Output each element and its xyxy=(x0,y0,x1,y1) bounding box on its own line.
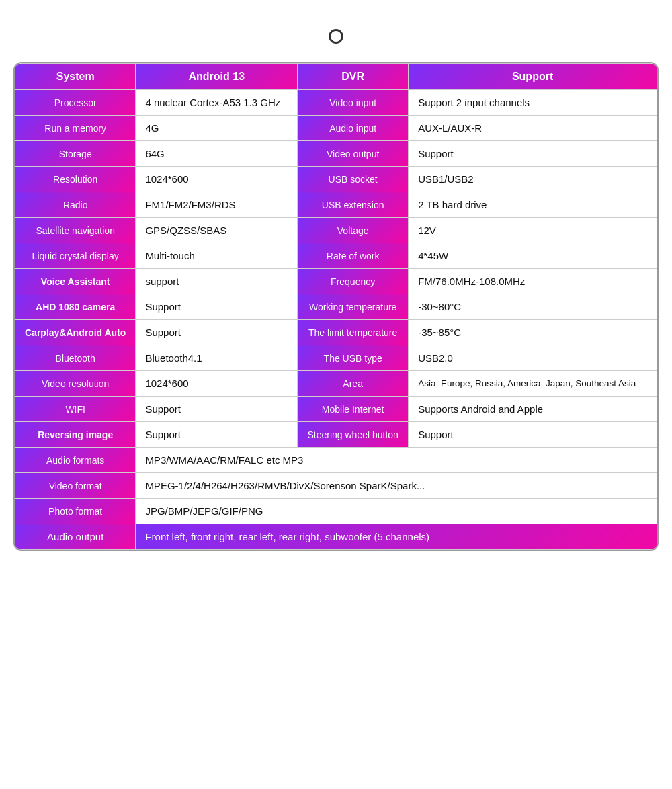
right-label-cell: Voltage xyxy=(298,218,409,243)
left-label-cell: Carplay&Android Auto xyxy=(15,320,136,345)
header-right-value: Support xyxy=(409,64,657,90)
right-label-cell: USB socket xyxy=(298,167,409,192)
right-value-cell: FM/76.0MHz-108.0MHz xyxy=(409,269,657,294)
left-label-cell: Bluetooth xyxy=(15,345,136,371)
right-value-cell: USB2.0 xyxy=(409,345,657,371)
right-label-cell: Frequency xyxy=(298,269,409,294)
left-label-cell: Reversing image xyxy=(15,422,136,448)
right-value-cell: 2 TB hard drive xyxy=(409,192,657,218)
left-label-cell: Voice Assistant xyxy=(15,269,136,294)
full-value-cell: MP3/WMA/AAC/RM/FALC etc MP3 xyxy=(136,448,657,473)
right-label-cell: USB extension xyxy=(298,192,409,218)
left-value-cell: 64G xyxy=(136,141,298,167)
right-label-cell: The USB type xyxy=(298,345,409,371)
audio-output-label: Audio output xyxy=(15,524,136,550)
parameters-table: System Android 13 DVR Support Processor … xyxy=(15,63,657,550)
right-value-cell: 12V xyxy=(409,218,657,243)
audio-output-value: Front left, front right, rear left, rear… xyxy=(136,524,657,550)
left-label-cell: Radio xyxy=(15,192,136,218)
circle-decoration xyxy=(13,27,659,48)
left-value-cell: 1024*600 xyxy=(136,167,298,192)
right-value-cell: -35~85°C xyxy=(409,320,657,345)
right-label-cell: Video output xyxy=(298,141,409,167)
left-value-cell: 4G xyxy=(136,116,298,141)
table-wrapper: System Android 13 DVR Support Processor … xyxy=(13,62,659,551)
full-label-cell: Audio formats xyxy=(15,448,136,473)
right-label-cell: Working temperature xyxy=(298,294,409,320)
left-label-cell: Run a memory xyxy=(15,116,136,141)
left-value-cell: support xyxy=(136,269,298,294)
right-value-cell: -30~80°C xyxy=(409,294,657,320)
left-value-cell: Support xyxy=(136,422,298,448)
right-label-cell: The limit temperature xyxy=(298,320,409,345)
left-label-cell: AHD 1080 camera xyxy=(15,294,136,320)
left-value-cell: Multi-touch xyxy=(136,243,298,269)
left-value-cell: 4 nuclear Cortex-A53 1.3 GHz xyxy=(136,90,298,116)
left-value-cell: Bluetooth4.1 xyxy=(136,345,298,371)
right-label-cell: Audio input xyxy=(298,116,409,141)
full-value-cell: MPEG-1/2/4/H264/H263/RMVB/DivX/Sorenson … xyxy=(136,473,657,499)
area-value-cell: Asia, Europe, Russia, America, Japan, So… xyxy=(409,371,657,397)
left-label-cell: Liquid crystal display xyxy=(15,243,136,269)
left-value-cell: 1024*600 xyxy=(136,371,298,397)
left-value-cell: Support xyxy=(136,320,298,345)
right-value-cell: Supports Android and Apple xyxy=(409,397,657,422)
left-label-cell: Resolution xyxy=(15,167,136,192)
left-value-cell: GPS/QZSS/SBAS xyxy=(136,218,298,243)
left-value-cell: Support xyxy=(136,294,298,320)
left-label-cell: Storage xyxy=(15,141,136,167)
right-value-cell: Support xyxy=(409,141,657,167)
header-left-label: System xyxy=(15,64,136,90)
right-value-cell: AUX-L/AUX-R xyxy=(409,116,657,141)
left-value-cell: FM1/FM2/FM3/RDS xyxy=(136,192,298,218)
right-value-cell: Support 2 input channels xyxy=(409,90,657,116)
right-label-cell: Rate of work xyxy=(298,243,409,269)
area-label-cell: Area xyxy=(298,371,409,397)
full-label-cell: Video format xyxy=(15,473,136,499)
right-label-cell: Steering wheel button xyxy=(298,422,409,448)
left-label-cell: Processor xyxy=(15,90,136,116)
left-label-cell: WIFI xyxy=(15,397,136,422)
right-label-cell: Video input xyxy=(298,90,409,116)
left-label-cell: Video resolution xyxy=(15,371,136,397)
header-left-value: Android 13 xyxy=(136,64,298,90)
full-label-cell: Photo format xyxy=(15,499,136,524)
right-value-cell: Support xyxy=(409,422,657,448)
right-value-cell: USB1/USB2 xyxy=(409,167,657,192)
right-value-cell: 4*45W xyxy=(409,243,657,269)
header-right-label: DVR xyxy=(298,64,409,90)
left-label-cell: Satellite navigation xyxy=(15,218,136,243)
right-label-cell: Mobile Internet xyxy=(298,397,409,422)
left-value-cell: Support xyxy=(136,397,298,422)
full-value-cell: JPG/BMP/JEPG/GIF/PNG xyxy=(136,499,657,524)
